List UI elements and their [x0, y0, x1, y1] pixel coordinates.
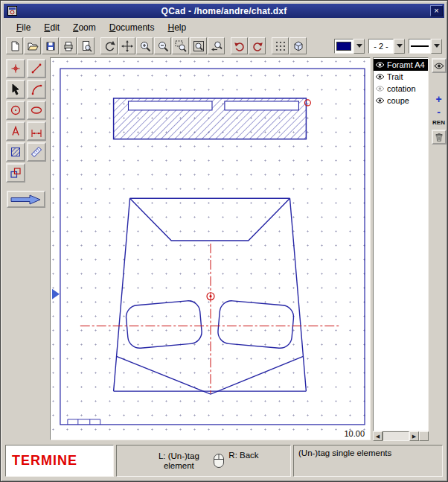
tool-continue-button[interactable]	[7, 191, 45, 208]
pen-color-dropdown-arrow[interactable]	[353, 39, 365, 54]
mouse-hint-panel: L: (Un-)tag element R: Back	[116, 445, 291, 477]
right-click-hint: R: Back	[228, 451, 258, 460]
pan-button[interactable]	[118, 37, 135, 54]
window-title: QCad - /home/andre/chat.dxf	[18, 6, 430, 16]
cad-drawing	[51, 58, 370, 440]
eye-icon	[375, 61, 385, 69]
zoom-window-icon	[175, 40, 187, 52]
zero-marker-dot	[209, 295, 211, 297]
layer-row-coupe[interactable]: coupe	[374, 95, 428, 107]
scrollbar-track[interactable]	[383, 431, 409, 441]
tool-blocks-button[interactable]	[6, 163, 25, 183]
menu-zoom[interactable]: Zoom	[66, 21, 103, 34]
layer-row-format-a4[interactable]: Foramt A4	[374, 59, 428, 71]
tool-circles-button[interactable]	[6, 101, 25, 120]
zoom-out-button[interactable]	[154, 37, 171, 54]
solid-line-icon	[411, 45, 429, 47]
points-icon	[9, 62, 22, 75]
delete-layer-button[interactable]	[432, 130, 447, 145]
tool-dimensions-button[interactable]	[27, 121, 46, 141]
printer-icon	[63, 40, 74, 52]
menu-file[interactable]: File	[10, 21, 37, 34]
ellipses-icon	[30, 104, 43, 117]
grid-icon	[275, 40, 287, 52]
grid-toggle-button[interactable]	[272, 37, 289, 54]
redraw-button[interactable]	[100, 37, 118, 54]
status-description-panel: (Un-)tag single elements	[293, 445, 443, 477]
save-file-button[interactable]	[42, 37, 59, 54]
left-eye	[125, 299, 202, 349]
layer-list: Foramt A4 Trait cotation coupe	[373, 57, 429, 431]
close-button[interactable]: ×	[430, 5, 443, 16]
undo-icon	[234, 40, 246, 52]
undo-button[interactable]	[231, 37, 248, 54]
zoom-auto-icon	[193, 40, 205, 52]
tool-select-button[interactable]	[6, 80, 25, 99]
redo-button[interactable]	[249, 37, 266, 54]
zoom-previous-icon	[211, 40, 223, 52]
pen-color-combo[interactable]	[334, 39, 365, 54]
lines-icon	[30, 62, 43, 75]
tool-measure-button[interactable]	[27, 142, 46, 162]
cube-icon	[292, 40, 304, 52]
tool-points-button[interactable]	[6, 59, 25, 78]
toggle-layer-visibility-button[interactable]	[432, 58, 447, 73]
status-mode-panel: TERMINE	[5, 445, 114, 477]
print-preview-button[interactable]	[77, 37, 95, 54]
zoom-auto-button[interactable]	[190, 37, 207, 54]
tool-texts-button[interactable]	[6, 121, 25, 141]
menu-help[interactable]: Help	[161, 21, 193, 34]
floppy-icon	[45, 40, 57, 52]
pen-width-dropdown-arrow[interactable]	[394, 39, 405, 54]
menu-documents[interactable]: Documents	[103, 21, 161, 34]
add-layer-button[interactable]: +	[432, 92, 447, 105]
open-file-button[interactable]	[24, 37, 41, 54]
open-folder-icon	[27, 40, 39, 52]
tool-arcs-button[interactable]	[27, 80, 46, 99]
status-mode: TERMINE	[12, 453, 77, 469]
frame-ticks	[68, 419, 100, 425]
crosshair-icon	[121, 40, 133, 52]
toolbar-separator	[225, 39, 230, 54]
zoom-in-button[interactable]	[136, 37, 153, 54]
dimensions-icon	[30, 124, 43, 138]
zoom-window-button[interactable]	[172, 37, 189, 54]
line-style-dropdown-arrow[interactable]	[431, 39, 442, 54]
mouse-icon	[213, 453, 225, 469]
app-icon[interactable]	[7, 5, 18, 16]
tool-lines-button[interactable]	[27, 59, 46, 78]
texts-icon	[9, 124, 22, 138]
statusbar: TERMINE L: (Un-)tag element R: Back (Un-…	[4, 443, 444, 478]
left-tool-panel	[4, 58, 48, 440]
left-click-hint: L: (Un-)tag element	[148, 451, 209, 471]
status-description: (Un-)tag single elements	[298, 448, 391, 457]
layer-row-trait[interactable]: Trait	[374, 71, 428, 83]
scroll-right-button[interactable]: ▶	[409, 431, 419, 441]
line-style-combo[interactable]	[409, 39, 442, 54]
menu-edit[interactable]: Edit	[37, 21, 66, 34]
toolbar-separator	[266, 39, 271, 54]
tool-ellipses-button[interactable]	[27, 101, 46, 120]
tool-hatches-button[interactable]	[6, 142, 25, 162]
remove-layer-button[interactable]: -	[432, 105, 447, 118]
scrollbar-corner	[419, 431, 429, 441]
measure-icon	[30, 145, 43, 159]
zoom-previous-button[interactable]	[208, 37, 225, 54]
layer-name: Foramt A4	[387, 60, 425, 69]
layer-row-cotation[interactable]: cotation	[374, 83, 428, 95]
blocks-icon	[9, 166, 22, 180]
pen-width-combo[interactable]: - 2 -	[368, 39, 405, 54]
drawing-canvas[interactable]: 10.00	[50, 57, 371, 440]
new-file-button[interactable]	[6, 37, 23, 54]
layer-name: coupe	[387, 96, 409, 105]
rename-layer-button[interactable]: REN	[432, 118, 447, 127]
titlebar[interactable]: QCad - /home/andre/chat.dxf ×	[4, 4, 444, 18]
menubar: File Edit Zoom Documents Help	[4, 19, 444, 35]
select-cursor-icon	[9, 83, 22, 96]
pen-color-field	[334, 39, 353, 54]
scroll-left-button[interactable]: ◀	[373, 431, 383, 441]
right-eye	[217, 299, 295, 349]
isometric-view-button[interactable]	[289, 37, 307, 54]
print-preview-icon	[80, 40, 92, 52]
print-button[interactable]	[60, 37, 77, 54]
